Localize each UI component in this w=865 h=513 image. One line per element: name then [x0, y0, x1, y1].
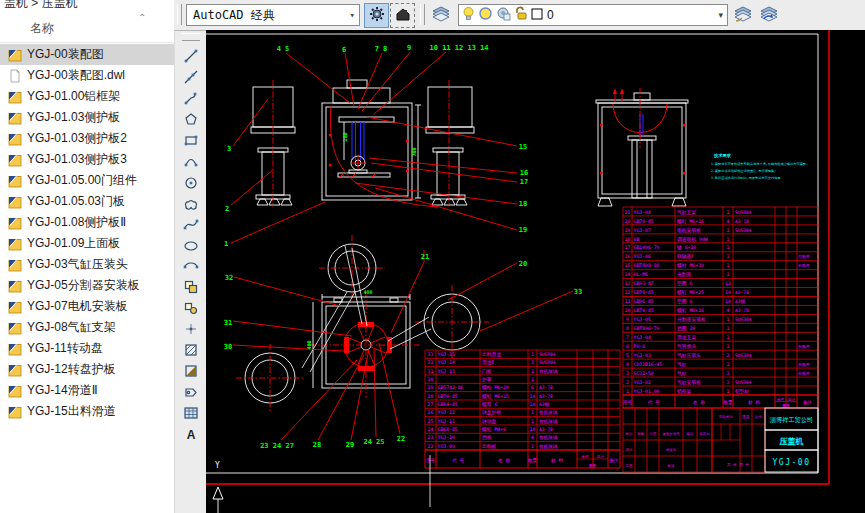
svg-text:GB70-85: GB70-85: [634, 219, 654, 224]
svg-text:门板: 门板: [482, 368, 492, 374]
svg-text:GB1096-79: GB1096-79: [634, 245, 660, 250]
svg-text:7 8: 7 8: [375, 45, 388, 53]
workspace-combo[interactable]: AutoCAD 经典 ▾: [186, 4, 360, 26]
ellipse-arc-tool-button[interactable]: [179, 255, 203, 276]
layer-properties-button[interactable]: [428, 3, 453, 28]
svg-text:螺母 6: 螺母 6: [482, 401, 497, 408]
svg-text:15: 15: [519, 143, 527, 151]
file-item[interactable]: YGJ-03气缸压装头: [0, 254, 174, 275]
file-item[interactable]: YGJ-01.05.03门板: [0, 191, 174, 212]
file-item[interactable]: YGJ-01.09上面板: [0, 233, 174, 254]
svg-text:气缸压装头: 气缸压装头: [677, 353, 701, 358]
file-item[interactable]: YGJ-08气缸支架: [0, 317, 174, 338]
file-name: YGJ-01.08侧护板Ⅱ: [27, 214, 126, 231]
toolbar-grip[interactable]: [182, 33, 200, 41]
file-item[interactable]: YGJ-01.08侧护板Ⅱ: [0, 212, 174, 233]
svg-text:26: 26: [428, 410, 434, 415]
svg-text:数量: 数量: [723, 400, 733, 405]
circle-tool-button[interactable]: [179, 171, 203, 192]
polyline-tool-button[interactable]: [179, 87, 203, 108]
cad-canvas[interactable]: 4 567 8910 11 12 13 14321516171819201323…: [206, 30, 865, 513]
toolbar-grip[interactable]: [420, 4, 425, 25]
svg-text:1: 1: [727, 254, 730, 259]
make-object-layer-current-button[interactable]: [730, 3, 755, 28]
svg-text:螺钉 M6×16: 螺钉 M6×16: [677, 307, 704, 314]
svg-text:1: 1: [727, 326, 730, 331]
svg-text:气缸安装板: 气缸安装板: [677, 379, 701, 385]
layer-plot-icon[interactable]: [496, 6, 511, 24]
breadcrumb[interactable]: 盖机 > 压盖机: [0, 0, 174, 12]
file-item[interactable]: YGJ-14滑道Ⅱ: [0, 380, 174, 401]
file-item[interactable]: YGJ-01.05.00门组件: [0, 170, 174, 191]
file-item[interactable]: YGJ-01.00铝框架: [0, 86, 174, 107]
svg-text:自制件: 自制件: [798, 254, 810, 260]
svg-text:22: 22: [428, 444, 434, 449]
polygon-tool-button[interactable]: [179, 108, 203, 129]
multiline-text-tool-button[interactable]: A: [179, 423, 203, 444]
file-item[interactable]: YGJ-05分割器安装板: [0, 275, 174, 296]
layer-previous-button[interactable]: [756, 3, 781, 28]
make-block-tool-button[interactable]: [179, 297, 203, 318]
construction-line-tool-button[interactable]: [179, 66, 203, 87]
construction-line-icon: [183, 69, 199, 85]
svg-text:序号: 序号: [623, 400, 633, 405]
svg-text:SUS304: SUS304: [735, 210, 752, 215]
table-tool-button[interactable]: [179, 402, 203, 423]
svg-text:分区: 分区: [650, 432, 657, 436]
workspace-settings-button[interactable]: [364, 3, 389, 28]
file-item[interactable]: YGJ-01.03侧护板3: [0, 149, 174, 170]
region-tool-button[interactable]: [179, 381, 203, 402]
svg-text:重量: 重量: [782, 403, 790, 408]
svg-text:A3-78: A3-78: [539, 394, 553, 399]
file-item[interactable]: YGJ-07电机安装板: [0, 296, 174, 317]
svg-text:18: 18: [519, 200, 527, 208]
file-item[interactable]: YGJ-15出料滑道: [0, 401, 174, 422]
top-toolbar: AutoCAD 经典 ▾ 0 ▾: [174, 0, 865, 31]
insert-block-tool-button[interactable]: [179, 276, 203, 297]
toolbar-grip[interactable]: [177, 4, 182, 25]
file-list: YGJ-00装配图YGJ-00装配图.dwlYGJ-01.00铝框架YGJ-01…: [0, 44, 174, 422]
file-item[interactable]: YGJ-01.03侧护板: [0, 107, 174, 128]
file-item[interactable]: YGJ-00装配图: [0, 44, 174, 65]
file-item[interactable]: YGJ-12转盘护板: [0, 359, 174, 380]
svg-text:PU-6: PU-6: [634, 344, 646, 349]
svg-text:备注: 备注: [803, 400, 813, 405]
point-tool-button[interactable]: [179, 318, 203, 339]
file-name: YGJ-00装配图: [27, 46, 104, 63]
svg-text:1: 1: [727, 210, 730, 215]
my-workspace-button[interactable]: [390, 3, 415, 28]
svg-text:YGJ-02: YGJ-02: [634, 380, 651, 385]
spline-tool-button[interactable]: [179, 213, 203, 234]
gradient-tool-button[interactable]: [179, 360, 203, 381]
layer-on-bulb-icon[interactable]: [462, 6, 475, 25]
arc-tool-button[interactable]: [179, 150, 203, 171]
svg-text:SUS304: SUS304: [735, 380, 752, 385]
svg-text:29: 29: [428, 385, 434, 390]
svg-text:28: 28: [313, 441, 321, 449]
svg-text:SUS304: SUS304: [539, 352, 556, 357]
svg-text:400: 400: [363, 289, 372, 295]
svg-text:Y: Y: [215, 461, 220, 470]
layer-unlock-icon[interactable]: [514, 6, 528, 24]
file-item[interactable]: YGJ-00装配图.dwl: [0, 65, 174, 86]
svg-text:总计: 总计: [787, 397, 796, 402]
file-item[interactable]: YGJ-11转动盘: [0, 338, 174, 359]
line-tool-button[interactable]: [179, 45, 203, 66]
svg-text:YGJ-01.00: YGJ-01.00: [634, 389, 660, 394]
svg-text:1: 1: [727, 237, 730, 242]
point-icon: [183, 321, 199, 337]
file-item[interactable]: YGJ-01.03侧护板2: [0, 128, 174, 149]
svg-text:SC32×50: SC32×50: [634, 371, 654, 376]
ellipse-tool-button[interactable]: [179, 234, 203, 255]
rectangle-tool-button[interactable]: [179, 129, 203, 150]
svg-text:代 号: 代 号: [452, 458, 464, 463]
svg-text:20: 20: [625, 219, 631, 224]
svg-text:名 称: 名 称: [693, 400, 705, 405]
hatch-tool-button[interactable]: [179, 339, 203, 360]
cad-drawing[interactable]: 4 567 8910 11 12 13 14321516171819201323…: [206, 30, 865, 513]
revision-cloud-tool-button[interactable]: [179, 192, 203, 213]
svg-text:1.装配前所有零件须去毛刺并清洗干净,外购件检验合格后方可装: 1.装配前所有零件须去毛刺并清洗干净,外购件检验合格后方可装配;: [711, 162, 808, 166]
layer-combo[interactable]: 0 ▾: [458, 4, 728, 26]
layer-freeze-sun-icon[interactable]: [478, 6, 493, 24]
name-column-header[interactable]: 名称 ⌃: [0, 12, 174, 43]
